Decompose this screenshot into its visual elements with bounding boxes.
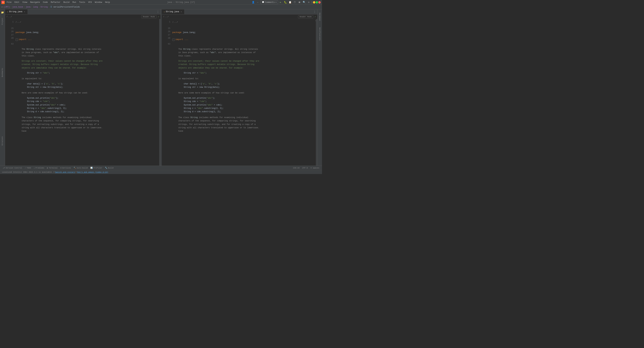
build-button[interactable]: 🔧 Build [104, 166, 115, 170]
comments-dropdown-icon: ▾ [276, 1, 276, 3]
menu-code[interactable]: Code [42, 1, 49, 4]
breadcrumb-java[interactable]: java [26, 6, 30, 8]
todo-icon: ✓ [25, 167, 26, 169]
left-code-area[interactable]: /.../ package java.lang; -import ... The… [14, 19, 160, 166]
todo-label: TODO [27, 167, 31, 169]
indent-info[interactable]: 4 spaces [309, 167, 321, 169]
profiler-button[interactable]: 📊 Profiler [89, 166, 104, 170]
status-bar: Localized IntelliJ IDEA 2022.3.1 is avai… [0, 170, 322, 174]
right-check-icon: ✓ [314, 15, 316, 18]
notifications-panel-button[interactable]: Notifications [319, 27, 321, 40]
auto-build-button[interactable]: 🔨 Auto-build [72, 166, 89, 170]
right-fold-import[interactable]: - [172, 38, 175, 41]
left-tab-stringjava[interactable]: ☕ String.java ✕ [5, 9, 28, 14]
maximize-button[interactable] [316, 1, 318, 3]
problems-button[interactable]: ⚠ Problems [32, 166, 46, 170]
breadcrumb-field: ☰ serialPersistentFields [50, 6, 80, 8]
right-sidebar: Database Notifications [317, 9, 322, 166]
minimize-button[interactable] [313, 1, 315, 3]
comments-icon: 💬 [262, 1, 264, 3]
settings-button[interactable]: ⚙ [306, 0, 311, 4]
bottom-bar: ⎇ Version Control ✓ TODO ⚠ Problems ▶ Te… [0, 166, 322, 170]
back-icon[interactable]: ← [256, 0, 260, 4]
cursor-position: 236:34 [292, 167, 301, 169]
editors-container: ☕ String.java ✕ ⋮ /.../ Reader Mode ✓ 1 … [5, 9, 317, 166]
right-tab-close[interactable]: ✕ [180, 10, 182, 13]
run-button[interactable]: ▶ [278, 0, 283, 4]
right-breadcrumb-path: /.../ [163, 16, 169, 18]
menu-vcs[interactable]: VCS [87, 1, 93, 4]
menu-refactor[interactable]: Refactor [50, 1, 62, 4]
left-tab-label: String.java [9, 10, 22, 13]
right-tab-stringjava[interactable]: ☕ String.java ✕ [162, 9, 184, 14]
left-javadoc: The String class represents character st… [19, 45, 106, 137]
services-label: Services [62, 167, 71, 169]
menu-bar: File Edit View Navigate Code Refactor Bu… [5, 1, 111, 4]
breadcrumb-lang[interactable]: lang [33, 6, 38, 8]
left-reader-mode-button[interactable]: Reader Mode [141, 15, 156, 18]
build-label: Build [108, 167, 114, 169]
menu-run[interactable]: Run [71, 1, 78, 4]
breadcrumb-string[interactable]: String [40, 6, 48, 8]
title-toolbar: 👤 ← 💬 Comments ▾ ▶ 🐛 📋 ⏱ ⏹ 🔍 ⚙ [251, 0, 321, 4]
left-tab-more[interactable]: ⋮ [155, 9, 160, 14]
project-panel-button[interactable]: 📁 [0, 10, 4, 14]
auto-build-icon: 🔨 [74, 167, 76, 169]
right-tab-java-icon: ☕ [164, 11, 165, 13]
version-control-icon: ⎇ [3, 167, 5, 169]
left-check-icon: ✓ [158, 15, 159, 18]
menu-build[interactable]: Build [62, 1, 71, 4]
menu-help[interactable]: Help [104, 1, 111, 4]
right-reader-mode-button[interactable]: Reader Mode [298, 15, 313, 18]
status-message: Localized IntelliJ IDEA 2022.3.1 is avai… [2, 171, 55, 173]
stop-button[interactable]: ⏹ [297, 0, 302, 4]
coverage-button[interactable]: 📋 [288, 0, 292, 4]
left-tab-close[interactable]: ✕ [23, 10, 26, 13]
right-scrollbar[interactable] [316, 19, 317, 166]
right-javadoc: The String class represents character st… [176, 45, 263, 137]
switch-restart-link[interactable]: Switch and restart [55, 171, 75, 173]
services-button[interactable]: ⚙ Services [59, 166, 72, 170]
bookmarks-label[interactable]: Bookmarks [2, 68, 3, 77]
right-code-area[interactable]: /.../ package java.lang; -import ... The… [171, 19, 317, 166]
structure-label[interactable]: Structure [2, 136, 3, 146]
left-fold-import[interactable]: - [16, 38, 18, 41]
left-tab-bar: ☕ String.java ✕ ⋮ [5, 9, 160, 14]
comments-button[interactable]: 💬 Comments ▾ [260, 0, 278, 4]
todo-button[interactable]: ✓ TODO [24, 166, 32, 170]
breadcrumb-icon: 🏷 [1, 6, 3, 8]
menu-tools[interactable]: Tools [78, 1, 86, 4]
left-editor-pane: ☕ String.java ✕ ⋮ /.../ Reader Mode ✓ 1 … [5, 9, 161, 166]
profile-button[interactable]: ⏱ [292, 0, 297, 4]
menu-edit[interactable]: Edit [13, 1, 21, 4]
menu-file[interactable]: File [5, 1, 13, 4]
user-icon[interactable]: 👤 [251, 0, 255, 4]
left-breadcrumb-path: /.../ [6, 16, 12, 18]
search-button[interactable]: 🔍 [302, 0, 306, 4]
left-scrollbar[interactable] [159, 19, 160, 166]
main-area: 📁 Project Bookmarks Structure ☕ String.j… [0, 9, 322, 166]
dont-ask-link[interactable]: Don't ask again (today 6:24) [77, 171, 108, 173]
debug-button[interactable]: 🐛 [283, 0, 288, 4]
right-tab-more[interactable]: ⋮ [312, 9, 317, 14]
breadcrumb-bar: 🏷 [JRT] › java.base › java › lang › Stri… [0, 5, 322, 9]
left-editor-toolbar: /.../ Reader Mode ✓ [5, 14, 160, 19]
menu-view[interactable]: View [21, 1, 29, 4]
breadcrumb-jrt[interactable]: [JRT] [4, 6, 10, 8]
terminal-button[interactable]: ▶ Terminal [46, 166, 59, 170]
right-editor-content: 1 25 26 27 28 63 /.../ package java.lang… [162, 19, 317, 166]
right-tab-label: String.java [166, 10, 179, 13]
auto-build-label: Auto-build [76, 167, 88, 169]
encoding-info[interactable]: UTF-8 [301, 167, 309, 169]
breadcrumb-javabase[interactable]: java.base [12, 6, 23, 8]
database-panel-button[interactable]: Database [319, 13, 321, 21]
right-tab-bar: ☕ String.java ✕ ⋮ [162, 9, 317, 14]
menu-navigate[interactable]: Navigate [29, 1, 41, 4]
project-label[interactable]: Project [2, 18, 3, 25]
menu-window[interactable]: Window [94, 1, 104, 4]
version-control-button[interactable]: ⎇ Version Control [1, 166, 24, 170]
right-editor-toolbar: /.../ Reader Mode ✓ [162, 14, 317, 19]
close-button[interactable] [318, 1, 321, 3]
left-sidebar: 📁 Project Bookmarks Structure [0, 9, 5, 166]
left-tab-java-icon: ☕ [7, 11, 8, 13]
